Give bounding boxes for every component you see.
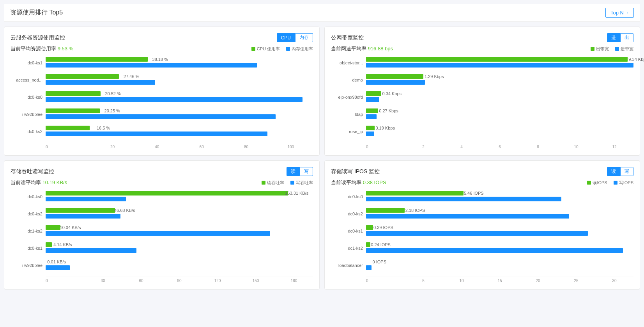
legend: CPU 使用率 内存使用率: [251, 46, 313, 52]
stats-row: 当前读平均率 10.19 KB/s 读吞吐率 写吞吐率: [11, 179, 313, 186]
x-tick: 60: [122, 279, 160, 283]
blue-bar-wrap: [366, 97, 633, 102]
blue-bar-wrap: [366, 80, 633, 85]
bar-label: dc0-ks1: [11, 60, 46, 65]
current-avg: 当前网速平均率 916.88 bps: [331, 45, 393, 52]
current-avg: 当前平均资源使用率 9.53 %: [11, 45, 73, 52]
green-bar: 46.68 KB/s: [46, 208, 115, 213]
bar-label: dc0-ks0: [11, 194, 46, 199]
bar-row: dc1-ks2 0.24 IOPS: [331, 242, 633, 254]
btn-group: 进出: [607, 33, 633, 42]
btn-内存[interactable]: 内存: [295, 33, 313, 42]
bar-row: object-stor... 9.34 Kbps: [331, 57, 633, 69]
bar-container: 20.52 %: [46, 91, 313, 103]
bar-value-green: 46.68 KB/s: [114, 208, 135, 213]
green-bar: 0.19 Kbps: [366, 126, 375, 130]
btn-group: 读写: [607, 167, 633, 176]
top-n-button[interactable]: Top N→: [605, 8, 634, 18]
blue-bar-wrap: [46, 114, 313, 119]
bar-value-green: 20.52 %: [105, 91, 120, 96]
legend-item: 进带宽: [615, 46, 633, 52]
btn-写[interactable]: 写: [300, 167, 313, 176]
blue-bar-wrap: [46, 97, 313, 102]
avg-value: 0.38 IOPS: [363, 179, 386, 185]
blue-bar-wrap: [366, 132, 633, 136]
blue-bar-wrap: [46, 80, 313, 85]
bar-chart: dc0-ks0 163.31 KB/s dc0-ks2: [11, 191, 313, 271]
btn-group: 读写: [287, 167, 313, 176]
green-bar-wrap: 1.29 Kbps: [366, 74, 633, 79]
x-tick: 60: [179, 145, 224, 149]
panel-title: 存储吞吐读写监控: [11, 168, 54, 175]
panel-title: 存储读写 IPOS 监控: [331, 168, 380, 175]
bar-value-green: 163.31 KB/s: [285, 191, 308, 195]
btn-读[interactable]: 读: [287, 167, 300, 176]
x-tick: 30: [595, 279, 633, 283]
blue-bar: [46, 265, 70, 270]
bar-row: demo 1.29 Kbps: [331, 74, 633, 86]
bar-container: 0.24 IOPS: [366, 242, 633, 254]
x-tick: 20: [519, 279, 557, 283]
blue-bar: [366, 63, 633, 68]
x-tick: 4: [442, 145, 481, 149]
page-container: 资源使用排行 Top5 Top N→ 云服务器资源使用监控 CPU内存 当前平均…: [0, 0, 644, 293]
x-tick: 2: [404, 145, 442, 149]
btn-出[interactable]: 出: [620, 33, 633, 42]
legend-label: 写吞吐率: [296, 180, 313, 186]
bar-label: loadbalancer: [331, 263, 366, 268]
bar-container: 16.5 %: [46, 126, 313, 137]
legend-item: 写吞吐率: [290, 180, 313, 186]
bar-value-green: 0.27 Kbps: [379, 108, 398, 113]
bar-row: loadbalancer 0 IOPS: [331, 259, 633, 271]
x-axis: 0306090120150180: [46, 277, 313, 283]
panel-header: 存储吞吐读写监控 读写: [11, 167, 313, 176]
blue-bar-wrap: [46, 265, 313, 270]
bar-value-green: 16.5 %: [97, 126, 110, 130]
bar-label: eip-onx98dfd: [331, 95, 366, 100]
panel-header: 云服务器资源使用监控 CPU内存: [11, 33, 313, 42]
green-bar: 4.14 KB/s: [46, 242, 52, 247]
btn-CPU[interactable]: CPU: [277, 33, 295, 42]
blue-bar-wrap: [366, 114, 633, 119]
x-tick: 10: [557, 145, 595, 149]
legend-dot: [615, 47, 619, 51]
blue-bar: [46, 114, 276, 119]
bar-container: 10.04 KB/s: [46, 225, 313, 237]
btn-写[interactable]: 写: [620, 167, 633, 176]
blue-bar-wrap: [366, 63, 633, 68]
bar-label: dc0-ks1: [331, 229, 366, 233]
x-tick: 40: [135, 145, 179, 149]
avg-value: 10.19 KB/s: [42, 179, 67, 185]
green-bar-wrap: 0.24 IOPS: [366, 242, 633, 247]
blue-bar-wrap: [366, 197, 633, 201]
bar-value-green: 5.46 IOPS: [464, 191, 484, 195]
bar-label: ldap: [331, 112, 366, 117]
bar-value-green: 38.18 %: [152, 57, 168, 62]
x-tick: 20: [90, 145, 134, 149]
charts-grid: 云服务器资源使用监控 CPU内存 当前平均资源使用率 9.53 % CPU 使用…: [4, 27, 640, 290]
green-bar: 163.31 KB/s: [46, 191, 288, 195]
green-bar: 38.18 %: [46, 57, 148, 62]
blue-bar: [46, 97, 303, 102]
bar-container: 4.14 KB/s: [46, 242, 313, 254]
bar-label: dc0-ks1: [11, 246, 46, 251]
bar-label: access_nod...: [11, 78, 46, 82]
bar-value-green: 0.24 IOPS: [371, 242, 391, 247]
blue-bar: [366, 265, 372, 270]
bar-value-green: 9.34 Kbps: [628, 57, 644, 62]
green-bar-wrap: 5.46 IOPS: [366, 191, 633, 195]
btn-进[interactable]: 进: [607, 33, 620, 42]
bar-label: demo: [331, 78, 366, 82]
blue-bar: [46, 132, 267, 136]
x-tick: 150: [237, 279, 275, 283]
x-tick: 10: [442, 279, 481, 283]
bar-label: dc0-ks2: [331, 211, 366, 216]
green-bar: 10.04 KB/s: [46, 225, 60, 230]
blue-bar: [366, 214, 569, 219]
green-bar-wrap: 27.46 %: [46, 74, 313, 79]
green-bar-wrap: 46.68 KB/s: [46, 208, 313, 213]
btn-读[interactable]: 读: [607, 167, 620, 176]
bar-value-green: 4.14 KB/s: [53, 242, 72, 247]
bar-container: 0.34 Kbps: [366, 91, 633, 103]
bar-chart: dc0-ks0 5.46 IOPS dc0-ks2: [331, 191, 633, 271]
